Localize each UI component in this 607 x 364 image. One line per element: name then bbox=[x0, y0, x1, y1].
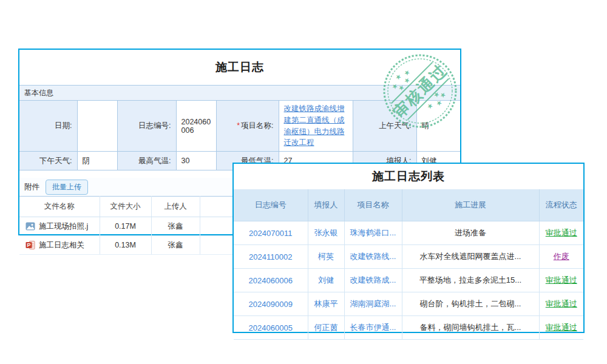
date-field[interactable] bbox=[77, 101, 117, 152]
log-table-row: 2024060005 何正茵 长春市伊通... 备料，砌间墙钩机排土，瓦... … bbox=[234, 316, 583, 340]
log-no-link[interactable]: 2024090009 bbox=[249, 300, 293, 309]
status-link[interactable]: 审批通过 bbox=[546, 275, 577, 285]
reporter-name[interactable]: 柯英 bbox=[318, 252, 334, 261]
reporter-name[interactable]: 刘健 bbox=[318, 275, 334, 285]
progress-text: 砌台阶，钩机排土，二包砌... bbox=[402, 292, 539, 316]
batch-upload-button[interactable]: 批量上传 bbox=[46, 180, 88, 195]
log-no-label: 日志编号: bbox=[117, 101, 176, 152]
basic-info-table: 日期: 日志编号: 2024060006 *项目名称: 改建铁路成渝线增建第二直… bbox=[19, 101, 460, 170]
progress-text: 备料，砌间墙钩机排土，瓦... bbox=[402, 316, 539, 340]
col-header-file-name: 文件名称 bbox=[19, 197, 100, 217]
log-no-value: 2024060006 bbox=[176, 101, 216, 152]
image-file-icon bbox=[25, 221, 35, 231]
am-weather-value: 晴 bbox=[416, 101, 460, 152]
log-no-link[interactable]: 2024060005 bbox=[249, 323, 293, 332]
file-name[interactable]: 施工现场拍照.j bbox=[39, 221, 88, 232]
col-header-file-size: 文件大小 bbox=[100, 197, 151, 217]
reporter-name[interactable]: 林康平 bbox=[314, 299, 338, 308]
file-size: 0.13M bbox=[100, 236, 151, 255]
progress-text: 平整场地，拉走多余泥土15... bbox=[402, 269, 539, 292]
status-link[interactable]: 审批通过 bbox=[546, 228, 577, 237]
reporter-name[interactable]: 张永银 bbox=[314, 228, 338, 237]
construction-log-list-panel: 施工日志列表 日志编号 填报人 项目名称 施工进展 流程状态 202407001… bbox=[232, 163, 585, 333]
basic-info-section-header: 基本信息 bbox=[19, 85, 460, 101]
project-name[interactable]: 长春市伊通... bbox=[350, 323, 396, 332]
progress-text: 进场准备 bbox=[402, 221, 539, 245]
project-name[interactable]: 珠海鹤港口... bbox=[350, 228, 396, 237]
progress-text: 水车对全线遮阳网覆盖点进... bbox=[402, 245, 539, 269]
log-table-row: 2024110002 柯英 改建铁路线... 水车对全线遮阳网覆盖点进... 作… bbox=[234, 245, 583, 269]
log-no-link[interactable]: 2024060006 bbox=[249, 276, 293, 285]
status-link[interactable]: 审批通过 bbox=[546, 323, 577, 332]
date-label: 日期: bbox=[19, 101, 77, 152]
project-name[interactable]: 改建铁路成... bbox=[350, 275, 396, 285]
ppt-file-icon: P bbox=[25, 240, 35, 250]
col-header-project: 项目名称 bbox=[344, 189, 402, 221]
log-no-link[interactable]: 2024110002 bbox=[249, 252, 292, 261]
log-table-row: 2024070011 张永银 珠海鹤港口... 进场准备 审批通过 bbox=[234, 221, 583, 245]
file-size: 0.17M bbox=[100, 217, 151, 236]
log-list-table: 日志编号 填报人 项目名称 施工进展 流程状态 2024070011 张永银 珠… bbox=[234, 189, 583, 340]
status-link[interactable]: 作废 bbox=[554, 252, 569, 261]
form-panel-title: 施工日志 bbox=[19, 50, 460, 85]
pm-weather-label: 下午天气: bbox=[19, 152, 77, 170]
svg-text:P: P bbox=[27, 242, 30, 248]
list-panel-title: 施工日志列表 bbox=[234, 164, 583, 189]
status-link[interactable]: 审批通过 bbox=[546, 299, 577, 308]
pm-weather-value: 阴 bbox=[77, 152, 117, 170]
reporter-name[interactable]: 何正茵 bbox=[314, 323, 338, 332]
col-header-uploader: 上传人 bbox=[151, 197, 200, 217]
file-name[interactable]: 施工日志相关 bbox=[39, 240, 84, 251]
file-uploader: 张鑫 bbox=[151, 236, 200, 255]
project-name-link[interactable]: 改建铁路成渝线增建第二直通线（成渝枢纽）电力线路迁改工程 bbox=[284, 104, 345, 147]
project-name[interactable]: 改建铁路线... bbox=[350, 252, 396, 261]
project-name[interactable]: 湖南洞庭湖... bbox=[350, 299, 396, 308]
max-temp-value: 30 bbox=[176, 152, 216, 170]
file-uploader: 张鑫 bbox=[151, 217, 200, 236]
col-header-reporter: 填报人 bbox=[308, 189, 344, 221]
required-asterisk: * bbox=[237, 121, 240, 130]
col-header-status: 流程状态 bbox=[539, 189, 583, 221]
col-header-log-no: 日志编号 bbox=[234, 189, 308, 221]
log-no-link[interactable]: 2024070011 bbox=[249, 229, 292, 238]
max-temp-label: 最高气温: bbox=[117, 152, 176, 170]
project-name-label: *项目名称: bbox=[216, 101, 279, 152]
am-weather-label: 上午天气: bbox=[353, 101, 416, 152]
col-header-progress: 施工进展 bbox=[402, 189, 539, 221]
log-table-row: 2024090009 林康平 湖南洞庭湖... 砌台阶，钩机排土，二包砌... … bbox=[234, 292, 583, 316]
attachments-label: 附件 bbox=[24, 182, 39, 192]
log-table-row: 2024060006 刘健 改建铁路成... 平整场地，拉走多余泥土15... … bbox=[234, 269, 583, 292]
